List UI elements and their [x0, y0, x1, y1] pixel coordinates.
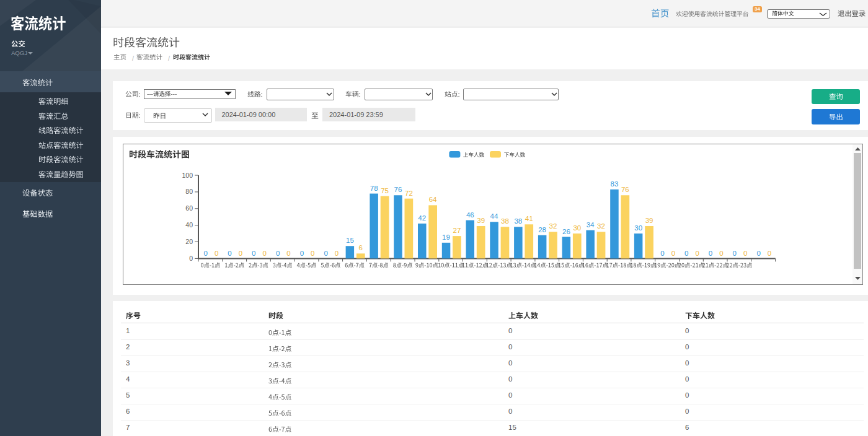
svg-text:75: 75 [381, 187, 389, 194]
svg-text:6: 6 [359, 244, 363, 251]
svg-text:83: 83 [611, 180, 619, 188]
svg-text:64: 64 [429, 196, 437, 203]
svg-text:80: 80 [185, 188, 193, 195]
svg-text:28: 28 [538, 226, 546, 233]
svg-text:0: 0 [660, 250, 664, 257]
svg-text:42: 42 [418, 214, 426, 222]
svg-text:39: 39 [645, 217, 653, 224]
svg-text:0: 0 [239, 250, 242, 257]
svg-text:34: 34 [587, 221, 595, 229]
svg-text:0: 0 [262, 250, 266, 257]
svg-text:72: 72 [405, 190, 413, 197]
svg-text:0: 0 [671, 250, 675, 257]
svg-text:27: 27 [453, 227, 461, 234]
svg-text:76: 76 [394, 186, 402, 193]
svg-text:0: 0 [709, 250, 712, 257]
svg-text:39: 39 [477, 217, 485, 224]
svg-text:0: 0 [743, 250, 747, 257]
svg-text:0: 0 [252, 250, 255, 257]
svg-text:0: 0 [756, 250, 760, 257]
svg-text:40: 40 [185, 221, 193, 229]
svg-text:0: 0 [215, 250, 218, 257]
svg-text:0: 0 [276, 250, 280, 257]
svg-text:19: 19 [442, 233, 450, 241]
svg-text:0: 0 [189, 255, 193, 262]
svg-text:0: 0 [733, 250, 737, 257]
svg-text:38: 38 [501, 217, 509, 225]
svg-text:0: 0 [204, 250, 208, 257]
svg-text:32: 32 [597, 222, 605, 230]
svg-text:38: 38 [514, 217, 522, 225]
svg-text:46: 46 [466, 211, 474, 219]
svg-text:76: 76 [621, 186, 629, 193]
svg-text:60: 60 [185, 204, 193, 212]
svg-text:30: 30 [573, 224, 581, 232]
svg-text:0: 0 [684, 250, 688, 257]
svg-text:0: 0 [228, 250, 231, 257]
svg-text:32: 32 [549, 222, 557, 230]
svg-text:0: 0 [324, 250, 327, 257]
svg-text:44: 44 [490, 212, 498, 220]
svg-text:20: 20 [185, 238, 193, 245]
svg-text:100: 100 [182, 172, 193, 179]
svg-text:30: 30 [634, 224, 642, 232]
svg-text:0: 0 [335, 250, 339, 257]
svg-text:0: 0 [311, 250, 314, 257]
svg-text:41: 41 [525, 215, 533, 222]
svg-text:0: 0 [286, 250, 290, 257]
svg-text:78: 78 [370, 185, 378, 192]
svg-text:26: 26 [562, 228, 570, 235]
svg-text:0: 0 [300, 250, 304, 257]
svg-text:0: 0 [768, 250, 771, 257]
svg-text:15: 15 [346, 237, 354, 244]
svg-text:0: 0 [719, 250, 723, 257]
svg-text:0: 0 [695, 250, 699, 257]
